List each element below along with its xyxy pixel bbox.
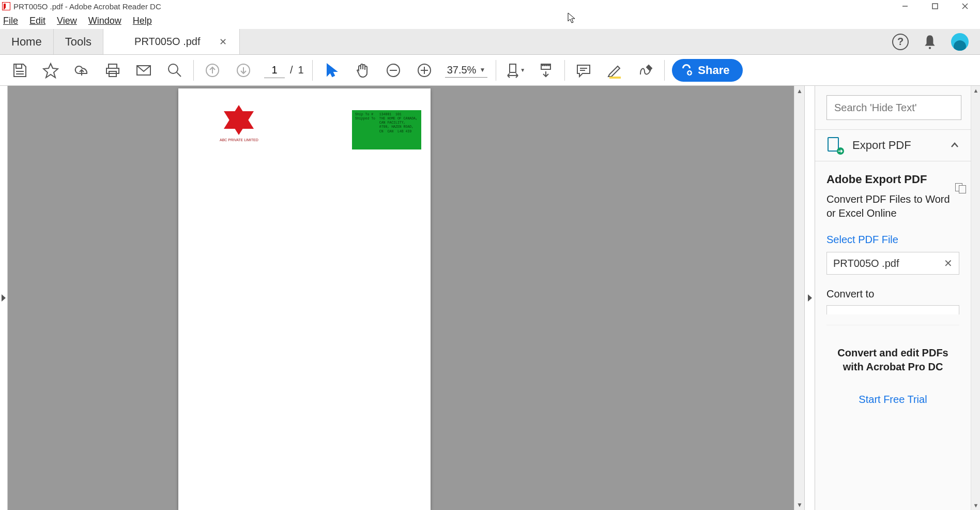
separator [312,60,313,81]
document-area: ABC PRIVATE LIMITED Ship To # 134001 101… [0,86,815,510]
separator [496,60,496,81]
promo-text: Convert and edit PDFs with Acrobat Pro D… [826,346,959,374]
logo-caption: ABC PRIVATE LIMITED [220,138,258,142]
export-pdf-icon: ➜ [826,137,843,154]
page-down-icon[interactable] [228,55,259,86]
settings-icon[interactable] [955,183,967,193]
svg-rect-1 [932,4,938,9]
scroll-mode-icon[interactable] [530,55,561,86]
comment-icon[interactable] [568,55,599,86]
star-icon [224,105,254,135]
avatar[interactable] [951,33,969,51]
page-indicator: / 1 [264,63,304,78]
page-sep: / [290,64,293,76]
app-icon [2,2,10,10]
menu-edit[interactable]: Edit [29,16,45,26]
scroll-down-icon[interactable]: ▼ [794,500,805,510]
tools-search-input[interactable] [834,102,954,114]
right-panel: ➜ Export PDF Adobe Export PDF Convert PD… [815,86,980,510]
svg-rect-5 [109,64,117,68]
export-pdf-header[interactable]: ➜ Export PDF [815,129,971,161]
chevron-left-icon [808,294,812,302]
nav-pane-toggle[interactable] [0,86,8,510]
scroll-down-icon[interactable]: ▼ [971,501,980,510]
convert-to-label: Convert to [826,288,959,300]
help-icon[interactable]: ? [892,34,909,50]
svg-point-23 [548,65,549,66]
separator [664,60,665,81]
scroll-up-icon[interactable]: ▲ [794,86,805,96]
clear-file-icon[interactable]: ✕ [944,257,953,269]
page-total: 1 [298,64,304,76]
close-button[interactable] [950,0,980,12]
export-subtitle: Adobe Export PDF [826,173,959,186]
svg-point-22 [546,65,547,66]
menu-bar: File Edit View Window Help [0,12,980,29]
tab-document[interactable]: PRT005O .pdf ✕ [103,29,239,54]
toolbar: / 1 37.5% ▼ ▼ Share [0,55,980,86]
svg-rect-18 [510,64,516,72]
page-up-icon[interactable] [197,55,228,86]
save-icon[interactable] [4,55,35,86]
zoom-out-icon[interactable] [378,55,409,86]
sign-icon[interactable] [630,55,661,86]
pdf-page: ABC PRIVATE LIMITED Ship To # 134001 101… [178,88,431,510]
promo-section: Convert and edit PDFs with Acrobat Pro D… [826,325,959,406]
ship-to-box: Ship To # 134001 101 Shipped To THE HOME… [352,110,421,149]
zoom-in-icon[interactable] [409,55,440,86]
document-canvas[interactable]: ABC PRIVATE LIMITED Ship To # 134001 101… [8,86,794,510]
star-icon[interactable] [35,55,66,86]
highlight-icon[interactable] [599,55,630,86]
page-current-input[interactable] [264,63,285,78]
svg-line-10 [177,72,181,77]
menu-file[interactable]: File [3,16,18,26]
maximize-button[interactable] [920,0,950,12]
vertical-scrollbar[interactable]: ▲ ▼ [794,86,804,510]
main-area: ABC PRIVATE LIMITED Ship To # 134001 101… [0,86,980,510]
tabs-row: Home Tools PRT005O .pdf ✕ ? [0,29,980,55]
panel-scrollbar[interactable]: ▲ ▼ [971,86,980,510]
chevron-down-icon: ▼ [479,66,485,73]
selected-file-name: PRT005O .pdf [833,258,899,269]
print-icon[interactable] [97,55,128,86]
minimize-button[interactable] [890,0,920,12]
ship-to-text: Ship To # 134001 101 Shipped To THE HOME… [355,113,418,134]
tab-close-icon[interactable]: ✕ [219,36,227,48]
menu-window[interactable]: Window [88,16,121,26]
find-icon[interactable] [159,55,190,86]
tab-document-label: PRT005O .pdf [134,36,200,48]
menu-view[interactable]: View [57,16,77,26]
share-button[interactable]: Share [672,59,743,82]
svg-point-4 [929,47,931,49]
scroll-up-icon[interactable]: ▲ [971,86,980,95]
separator [564,60,565,81]
chevron-right-icon [2,294,6,302]
tools-search[interactable] [826,95,961,120]
zoom-level[interactable]: 37.5% ▼ [445,63,488,78]
share-label: Share [698,64,729,77]
cloud-upload-icon[interactable] [66,55,97,86]
export-description: Convert PDF Files to Word or Excel Onlin… [826,192,959,220]
tools-pane-toggle[interactable] [804,86,815,510]
select-file-label: Select PDF File [826,234,959,246]
svg-point-20 [542,65,543,66]
tab-home[interactable]: Home [0,29,54,54]
share-icon [680,64,693,77]
selection-tool-icon[interactable] [316,55,347,86]
tab-tools[interactable]: Tools [54,29,103,54]
hand-tool-icon[interactable] [347,55,378,86]
start-trial-link[interactable]: Start Free Trial [826,394,959,406]
export-pdf-title: Export PDF [852,139,941,152]
email-icon[interactable] [128,55,159,86]
title-bar: PRT005O .pdf - Adobe Acrobat Reader DC [0,0,980,12]
window-title: PRT005O .pdf - Adobe Acrobat Reader DC [13,2,161,11]
convert-to-dropdown[interactable] [826,305,959,314]
selected-file-box[interactable]: PRT005O .pdf ✕ [826,252,959,275]
menu-help[interactable]: Help [133,16,152,26]
chevron-up-icon [950,141,959,150]
separator [193,60,194,81]
notifications-icon[interactable] [923,34,937,50]
company-logo: ABC PRIVATE LIMITED [220,105,258,142]
zoom-value: 37.5% [447,64,477,76]
fit-width-icon[interactable]: ▼ [499,55,530,86]
